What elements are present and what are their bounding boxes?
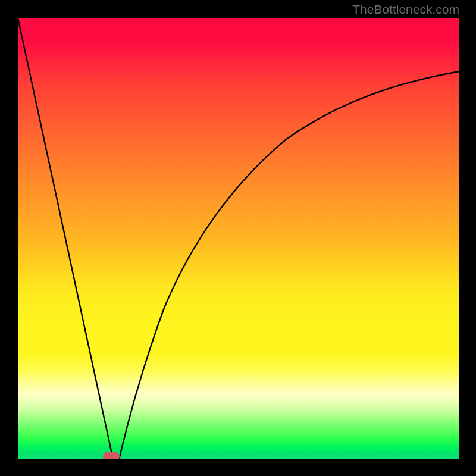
chart-plot-area	[18, 18, 459, 459]
chart-curve-svg	[18, 18, 459, 459]
bottleneck-curve-path	[18, 18, 459, 459]
optimum-marker	[103, 452, 120, 459]
watermark-text: TheBottleneck.com	[352, 2, 459, 17]
